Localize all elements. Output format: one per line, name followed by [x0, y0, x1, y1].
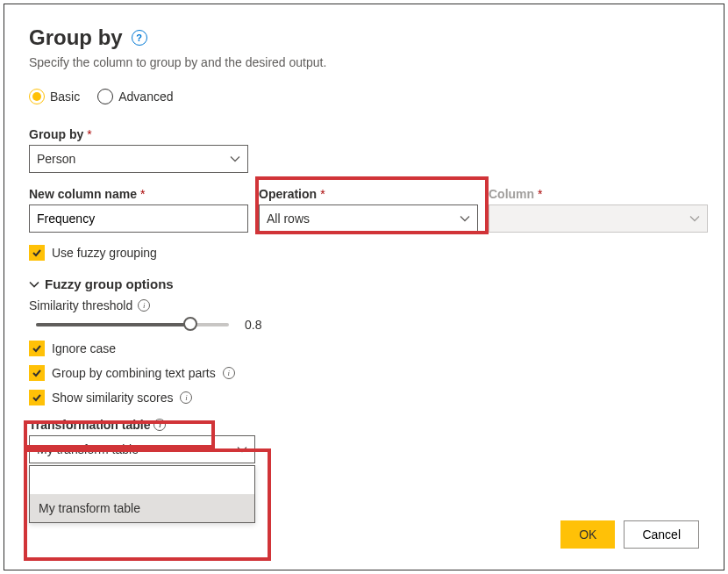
radio-basic[interactable]: Basic [29, 89, 80, 104]
help-icon[interactable]: ? [132, 30, 147, 46]
fuzzy-header-label: Fuzzy group options [45, 276, 174, 291]
combine-parts-label: Group by combining text parts [52, 366, 216, 380]
ok-button[interactable]: OK [560, 520, 615, 549]
fuzzy-options-body: Similarity threshold i 0.8 Ignore case G [29, 298, 699, 523]
group-by-label: Group by * [29, 127, 699, 141]
ignore-case-checkbox[interactable]: Ignore case [29, 341, 699, 356]
threshold-label-row: Similarity threshold i [29, 298, 699, 312]
show-scores-checkbox[interactable]: Show similarity scores i [29, 390, 699, 405]
transform-table-label: Transformation table [29, 418, 150, 432]
info-icon[interactable]: i [180, 391, 192, 404]
transform-table-label-row: Transformation table i [29, 418, 699, 432]
radio-advanced[interactable]: Advanced [97, 89, 173, 104]
new-column-field: New column name * [29, 187, 248, 233]
chevron-down-icon [29, 279, 39, 290]
column-field: Column * [489, 187, 708, 233]
transform-table-dropdown: My transform table [29, 465, 255, 523]
use-fuzzy-label: Use fuzzy grouping [52, 246, 157, 260]
dialog-subtitle: Specify the column to group by and the d… [29, 55, 699, 69]
transform-table-value: My transform table [37, 442, 139, 456]
checkbox-icon [29, 341, 45, 356]
checkbox-icon [29, 245, 45, 261]
chevron-down-icon [689, 213, 700, 224]
required-indicator: * [140, 187, 145, 201]
info-icon[interactable]: i [153, 419, 166, 431]
dropdown-option-my-transform[interactable]: My transform table [30, 494, 254, 522]
fuzzy-options-header[interactable]: Fuzzy group options [29, 276, 699, 291]
new-column-label: New column name * [29, 187, 248, 201]
dropdown-option-blank[interactable] [30, 466, 254, 494]
aggregation-row: New column name * Operation * All rows C… [29, 187, 699, 233]
radio-circle-icon [29, 89, 45, 104]
operation-value: All rows [267, 212, 310, 226]
threshold-slider-row: 0.8 [29, 318, 699, 332]
ignore-case-label: Ignore case [52, 341, 116, 355]
mode-radio-group: Basic Advanced [29, 89, 699, 104]
column-label: Column * [489, 187, 708, 201]
use-fuzzy-checkbox[interactable]: Use fuzzy grouping [29, 245, 699, 261]
radio-circle-icon [97, 89, 113, 104]
radio-advanced-label: Advanced [118, 90, 173, 104]
checkbox-icon [29, 390, 45, 405]
required-indicator: * [538, 187, 542, 201]
group-by-field: Group by * Person [29, 127, 699, 173]
required-indicator: * [87, 127, 91, 141]
dialog-buttons: OK Cancel [560, 520, 699, 549]
slider-thumb[interactable] [183, 317, 197, 331]
slider-fill [36, 323, 190, 326]
threshold-label: Similarity threshold [29, 298, 132, 312]
operation-label: Operation * [259, 187, 478, 201]
threshold-value: 0.8 [245, 318, 261, 332]
chevron-down-icon [237, 444, 247, 455]
transformation-table-section: Transformation table i My transform tabl… [29, 418, 699, 523]
column-select [489, 204, 708, 233]
info-icon[interactable]: i [138, 299, 150, 312]
chevron-down-icon [460, 213, 470, 224]
operation-select[interactable]: All rows [259, 204, 478, 233]
radio-basic-label: Basic [50, 90, 80, 104]
operation-field: Operation * All rows [259, 187, 478, 233]
show-scores-label: Show similarity scores [52, 391, 173, 405]
new-column-input[interactable] [29, 204, 248, 233]
required-indicator: * [320, 187, 325, 201]
threshold-slider[interactable] [36, 323, 229, 326]
checkbox-icon [29, 365, 45, 381]
info-icon[interactable]: i [223, 367, 235, 379]
combine-parts-checkbox[interactable]: Group by combining text parts i [29, 365, 699, 381]
group-by-value: Person [37, 152, 75, 166]
title-row: Group by ? [29, 25, 699, 50]
group-by-dialog: Group by ? Specify the column to group b… [4, 4, 724, 570]
group-by-select[interactable]: Person [29, 145, 248, 173]
cancel-button[interactable]: Cancel [624, 520, 699, 549]
transform-table-select[interactable]: My transform table [29, 435, 255, 463]
chevron-down-icon [230, 154, 240, 164]
fuzzy-checkbox-list: Ignore case Group by combining text part… [29, 341, 699, 405]
dialog-title: Group by [29, 25, 123, 50]
